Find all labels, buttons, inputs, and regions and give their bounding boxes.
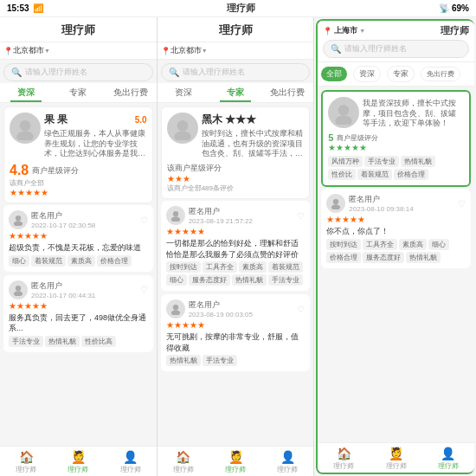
nav-item-2b[interactable]: 💆 理疗师 (209, 450, 261, 474)
nav-item-1c[interactable]: 👤 理疗师 (104, 450, 156, 474)
tab-zishen-2[interactable]: 资深 (158, 83, 209, 102)
panel1-location-row: 📍 北京都市 ▼ (0, 42, 157, 60)
panel2-therapist-desc: 按时到达，擅长中式按摩和精油疏通，也有升级的资深项目包含灸、刮、拔罐等手法，欢迎… (202, 129, 305, 159)
heart-icon-1[interactable]: ♡ (140, 215, 148, 225)
p2-tag-5: 细心 (166, 274, 187, 286)
panel2-bottom-nav: 🏠 理疗师 💆 理疗师 👤 理疗师 (158, 446, 314, 476)
panel2-location-row: 📍 北京都市 ▼ (158, 42, 314, 60)
panel1-search-placeholder: 请输入理疗师姓名 (25, 67, 87, 78)
panel-3: 📍 上海市 ▼ 理疗师 🔍 请输入理疗师姓名 全部 资深 专家 免出行费 (316, 19, 474, 474)
review3a-stars: ★★★★★ (326, 215, 466, 224)
tab-zishen-1[interactable]: 资深 (0, 83, 52, 102)
nav-item-3a[interactable]: 🏠 理疗师 (318, 447, 370, 471)
nav-item-2a[interactable]: 🏠 理疗师 (158, 450, 209, 474)
card3-info: 我是资深技师，擅长中式按摩，项目包含灸、刮、拔罐等手法，欢迎下单体验！ (363, 97, 464, 129)
panel3-title: 理疗师 (441, 24, 469, 37)
status-right: 📡 69% (439, 3, 469, 13)
ctag-4: 性价比 (328, 169, 356, 180)
nav-icon-1b: 💆 (71, 450, 86, 464)
nav-label-2a: 理疗师 (173, 465, 194, 474)
dropdown-icon-2: ▼ (202, 48, 208, 54)
review-item: 匿名用户 2022-10-17 00:44:31 ♡ ★★★★★ 服务真负责，回… (3, 275, 153, 352)
reviewer2a-avatar (166, 206, 185, 225)
p3-tag-3: 素质高 (399, 239, 427, 250)
panel2-search[interactable]: 🔍 请输入理疗师姓名 (161, 63, 311, 81)
reviewer2b-name: 匿名用户 (189, 299, 253, 311)
review2a-date: 2023-08-19 21:57:22 (189, 217, 253, 225)
nav-item-3b[interactable]: 💆 理疗师 (370, 447, 422, 471)
card1-info: 果 果 5.0 绿色正规服务，本人从事健康养生规划，让您的专业学技术，让您达到心… (44, 113, 147, 159)
panel3-location: 上海市 (334, 25, 357, 36)
heart-icon-2a[interactable]: ♡ (297, 211, 305, 221)
svg-point-12 (338, 105, 350, 116)
nav-icon-3b: 💆 (389, 447, 403, 460)
status-right-title: 理疗师 (227, 2, 255, 15)
pill-zishen[interactable]: 资深 (353, 66, 381, 82)
panel-1: 理疗师 📍 北京都市 ▼ 🔍 请输入理疗师姓名 资深 专家 免出行费 (0, 17, 158, 476)
search-icon-2: 🔍 (169, 68, 179, 77)
pill-zhuanjia[interactable]: 专家 (387, 66, 415, 82)
nav-icon-2a: 🏠 (176, 450, 190, 464)
ctag-3: 热情礼貌 (401, 156, 435, 167)
p2b-tag-2: 手法专业 (203, 355, 237, 366)
heart-icon-2[interactable]: ♡ (140, 285, 148, 294)
review1-date: 2022-10-17 02:30:58 (31, 222, 95, 229)
tab-zhuanjia-2[interactable]: 专家 (209, 83, 261, 102)
tag-1: 细心 (9, 255, 29, 267)
review2-text: 服务真负责，回去更了，498做优全身通系... (9, 312, 148, 334)
tab-zhuanjia-1[interactable]: 专家 (52, 83, 104, 102)
panel1-reviews[interactable]: 匿名用户 2022-10-17 02:30:58 ♡ ★★★★★ 超级负责，不愧… (0, 203, 157, 446)
p2b-tag-1: 热情礼貌 (166, 355, 201, 366)
nav-item-2c[interactable]: 👤 理疗师 (261, 450, 313, 474)
heart-icon-3a[interactable]: ♡ (458, 199, 466, 209)
nav-item-3c[interactable]: 👤 理疗师 (422, 447, 474, 471)
panel3-search[interactable]: 🔍 请输入理疗师姓名 (323, 40, 469, 58)
nav-item-1b[interactable]: 💆 理疗师 (52, 450, 104, 474)
panel2-reviews[interactable]: 匿名用户 2023-08-19 21:57:22 ♡ ★★★★★ 一切都是那么的… (158, 199, 314, 446)
panel2-therapist-card[interactable]: 黑木 ★★★ 按时到达，擅长中式按摩和精油疏通，也有升级的资深项目包含灸、刮、拔… (161, 106, 311, 199)
panel3-avatar (328, 97, 359, 128)
panel2-rating-row: 该商户星级评分 (167, 163, 305, 174)
review2-tags: 手法专业 热情礼貌 性价比高 (9, 336, 148, 347)
svg-point-0 (20, 120, 31, 132)
panel2-location: 北京都市 (170, 45, 202, 56)
tag-3: 素质高 (68, 255, 95, 267)
tab-free-2[interactable]: 免出行费 (261, 83, 313, 102)
p2-tag-3: 素质高 (239, 261, 267, 273)
p2-tag-8: 手法专业 (268, 274, 303, 286)
heart-icon-2b[interactable]: ♡ (297, 305, 305, 314)
svg-point-1 (16, 132, 34, 141)
review1-text: 超级负责，不愧是天花板，忘爱的味道 (9, 242, 148, 254)
nav-label-1c: 理疗师 (120, 465, 141, 474)
svg-point-9 (171, 216, 180, 222)
review2b-text: 无可挑剔，按摩的非常专业，舒服，值得收藏 (166, 331, 306, 353)
nav-label-3b: 理疗师 (386, 461, 407, 471)
tab-free-1[interactable]: 免出行费 (104, 83, 156, 102)
panel3-category-tags: 风情万种 手法专业 热情礼貌 性价比 着装规范 价格合理 (328, 156, 464, 180)
panel3-therapist-card[interactable]: 我是资深技师，擅长中式按摩，项目包含灸、刮、拔罐等手法，欢迎下单体验！ 5 商户… (321, 90, 471, 187)
panel1-search[interactable]: 🔍 请输入理疗师姓名 (3, 63, 153, 81)
panel1-therapist-name: 果 果 (44, 113, 68, 127)
search-icon-3: 🔍 (331, 44, 341, 54)
panel1-rating: 5.0 (135, 115, 147, 125)
review1-stars: ★★★★★ (9, 231, 148, 241)
ctag-2: 手法专业 (364, 156, 399, 167)
panel3-stars: ★★★★★ (328, 143, 464, 152)
panel3-reviews[interactable]: 匿名用户 2023-08-10 09:38:14 ♡ ★★★★★ 你不点，你点了… (318, 187, 474, 442)
panel3-score-row: 5 商户星级评分 (328, 132, 464, 143)
nav-icon-3a: 🏠 (337, 447, 351, 460)
review2b-date: 2023-08-19 00:03:05 (189, 311, 253, 318)
pill-all[interactable]: 全部 (321, 67, 347, 81)
pill-free[interactable]: 免出行费 (421, 67, 460, 81)
nav-icon-2b: 💆 (228, 450, 243, 464)
panel1-therapist-card[interactable]: 果 果 5.0 绿色正规服务，本人从事健康养生规划，让您的专业学技术，让您达到心… (3, 106, 153, 203)
svg-point-14 (333, 199, 338, 204)
review2a-header: 匿名用户 2023-08-19 21:57:22 ♡ (166, 206, 306, 225)
p3-tag-4: 细心 (428, 239, 449, 250)
svg-point-4 (16, 286, 21, 291)
nav-item-1a[interactable]: 🏠 理疗师 (0, 450, 52, 474)
reviewer1-name: 匿名用户 (31, 210, 95, 222)
review2-header: 匿名用户 2022-10-17 00:44:31 ♡ (9, 280, 148, 299)
nav-label-3c: 理疗师 (438, 461, 459, 471)
ctag-5: 着装规范 (357, 169, 392, 180)
